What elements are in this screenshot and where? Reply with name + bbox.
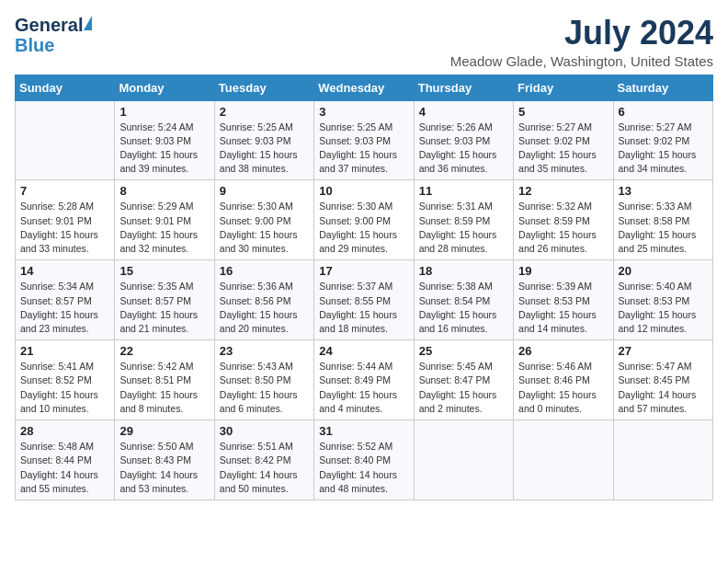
day-number: 16	[220, 264, 309, 278]
day-info: Sunrise: 5:37 AM Sunset: 8:55 PM Dayligh…	[319, 280, 408, 336]
day-number: 31	[319, 424, 408, 438]
day-number: 20	[619, 264, 708, 278]
weekday-thursday: Thursday	[414, 75, 513, 100]
day-number: 19	[518, 264, 608, 278]
day-info: Sunrise: 5:39 AM Sunset: 8:53 PM Dayligh…	[518, 280, 608, 336]
day-number: 25	[419, 344, 508, 358]
calendar-cell: 13Sunrise: 5:33 AM Sunset: 8:58 PM Dayli…	[613, 180, 712, 260]
day-info: Sunrise: 5:35 AM Sunset: 8:57 PM Dayligh…	[119, 280, 209, 336]
day-number: 2	[220, 105, 309, 119]
calendar-cell: 29Sunrise: 5:50 AM Sunset: 8:43 PM Dayli…	[115, 420, 214, 500]
location-title: Meadow Glade, Washington, United States	[450, 53, 713, 69]
logo: General Blue	[15, 15, 92, 55]
day-info: Sunrise: 5:36 AM Sunset: 8:56 PM Dayligh…	[220, 280, 309, 336]
day-number: 15	[119, 264, 209, 278]
day-number: 30	[220, 424, 309, 438]
calendar-cell: 19Sunrise: 5:39 AM Sunset: 8:53 PM Dayli…	[514, 260, 613, 340]
calendar-cell: 8Sunrise: 5:29 AM Sunset: 9:01 PM Daylig…	[115, 180, 214, 260]
logo-triangle-icon	[84, 16, 92, 30]
calendar-cell: 20Sunrise: 5:40 AM Sunset: 8:53 PM Dayli…	[613, 260, 712, 340]
day-info: Sunrise: 5:25 AM Sunset: 9:03 PM Dayligh…	[220, 121, 309, 177]
day-info: Sunrise: 5:40 AM Sunset: 8:53 PM Dayligh…	[619, 280, 708, 336]
day-info: Sunrise: 5:47 AM Sunset: 8:45 PM Dayligh…	[619, 360, 708, 416]
day-info: Sunrise: 5:27 AM Sunset: 9:02 PM Dayligh…	[619, 121, 708, 177]
calendar-table: SundayMondayTuesdayWednesdayThursdayFrid…	[15, 75, 713, 500]
day-number: 11	[419, 184, 508, 198]
day-info: Sunrise: 5:27 AM Sunset: 9:02 PM Dayligh…	[518, 121, 608, 177]
day-number: 22	[119, 344, 209, 358]
day-number: 24	[319, 344, 408, 358]
page-header: General Blue July 2024 Meadow Glade, Was…	[15, 15, 713, 69]
calendar-cell: 18Sunrise: 5:38 AM Sunset: 8:54 PM Dayli…	[414, 260, 513, 340]
weekday-sunday: Sunday	[16, 75, 115, 100]
day-number: 1	[119, 105, 209, 119]
calendar-cell: 12Sunrise: 5:32 AM Sunset: 8:59 PM Dayli…	[514, 180, 613, 260]
day-number: 12	[518, 184, 608, 198]
calendar-cell: 16Sunrise: 5:36 AM Sunset: 8:56 PM Dayli…	[214, 260, 313, 340]
calendar-cell: 14Sunrise: 5:34 AM Sunset: 8:57 PM Dayli…	[16, 260, 115, 340]
calendar-cell: 7Sunrise: 5:28 AM Sunset: 9:01 PM Daylig…	[16, 180, 115, 260]
day-info: Sunrise: 5:43 AM Sunset: 8:50 PM Dayligh…	[220, 360, 309, 416]
day-info: Sunrise: 5:48 AM Sunset: 8:44 PM Dayligh…	[20, 440, 109, 496]
weekday-friday: Friday	[514, 75, 613, 100]
day-number: 28	[20, 424, 109, 438]
logo-blue: Blue	[15, 35, 54, 55]
calendar-cell: 25Sunrise: 5:45 AM Sunset: 8:47 PM Dayli…	[414, 340, 513, 420]
day-number: 8	[119, 184, 209, 198]
calendar-week-row: 7Sunrise: 5:28 AM Sunset: 9:01 PM Daylig…	[16, 180, 713, 260]
calendar-week-row: 28Sunrise: 5:48 AM Sunset: 8:44 PM Dayli…	[16, 420, 713, 500]
day-number: 7	[20, 184, 109, 198]
day-info: Sunrise: 5:30 AM Sunset: 9:00 PM Dayligh…	[220, 200, 309, 256]
day-number: 4	[419, 105, 508, 119]
day-info: Sunrise: 5:29 AM Sunset: 9:01 PM Dayligh…	[119, 200, 209, 256]
calendar-cell: 15Sunrise: 5:35 AM Sunset: 8:57 PM Dayli…	[115, 260, 214, 340]
calendar-week-row: 21Sunrise: 5:41 AM Sunset: 8:52 PM Dayli…	[16, 340, 713, 420]
calendar-cell: 5Sunrise: 5:27 AM Sunset: 9:02 PM Daylig…	[514, 100, 613, 180]
calendar-cell: 3Sunrise: 5:25 AM Sunset: 9:03 PM Daylig…	[314, 100, 414, 180]
calendar-cell: 10Sunrise: 5:30 AM Sunset: 9:00 PM Dayli…	[314, 180, 414, 260]
day-number: 10	[319, 184, 408, 198]
calendar-week-row: 1Sunrise: 5:24 AM Sunset: 9:03 PM Daylig…	[16, 100, 713, 180]
day-info: Sunrise: 5:41 AM Sunset: 8:52 PM Dayligh…	[20, 360, 109, 416]
calendar-cell: 24Sunrise: 5:44 AM Sunset: 8:49 PM Dayli…	[314, 340, 414, 420]
calendar-cell	[414, 420, 513, 500]
calendar-cell	[613, 420, 712, 500]
day-info: Sunrise: 5:25 AM Sunset: 9:03 PM Dayligh…	[319, 121, 408, 177]
day-number: 9	[220, 184, 309, 198]
calendar-cell	[16, 100, 115, 180]
day-info: Sunrise: 5:46 AM Sunset: 8:46 PM Dayligh…	[518, 360, 608, 416]
calendar-cell: 6Sunrise: 5:27 AM Sunset: 9:02 PM Daylig…	[613, 100, 712, 180]
day-number: 18	[419, 264, 508, 278]
calendar-cell: 30Sunrise: 5:51 AM Sunset: 8:42 PM Dayli…	[214, 420, 313, 500]
day-number: 21	[20, 344, 109, 358]
calendar-cell: 1Sunrise: 5:24 AM Sunset: 9:03 PM Daylig…	[115, 100, 214, 180]
day-info: Sunrise: 5:34 AM Sunset: 8:57 PM Dayligh…	[20, 280, 109, 336]
day-number: 14	[20, 264, 109, 278]
day-info: Sunrise: 5:31 AM Sunset: 8:59 PM Dayligh…	[419, 200, 508, 256]
weekday-saturday: Saturday	[613, 75, 712, 100]
day-number: 6	[619, 105, 708, 119]
day-number: 5	[518, 105, 608, 119]
calendar-cell: 27Sunrise: 5:47 AM Sunset: 8:45 PM Dayli…	[613, 340, 712, 420]
calendar-cell: 28Sunrise: 5:48 AM Sunset: 8:44 PM Dayli…	[16, 420, 115, 500]
day-number: 3	[319, 105, 408, 119]
weekday-wednesday: Wednesday	[314, 75, 414, 100]
calendar-cell: 23Sunrise: 5:43 AM Sunset: 8:50 PM Dayli…	[214, 340, 313, 420]
day-number: 29	[119, 424, 209, 438]
day-number: 23	[220, 344, 309, 358]
day-info: Sunrise: 5:44 AM Sunset: 8:49 PM Dayligh…	[319, 360, 408, 416]
title-block: July 2024 Meadow Glade, Washington, Unit…	[450, 15, 713, 69]
calendar-cell: 2Sunrise: 5:25 AM Sunset: 9:03 PM Daylig…	[214, 100, 313, 180]
calendar-cell	[514, 420, 613, 500]
day-info: Sunrise: 5:45 AM Sunset: 8:47 PM Dayligh…	[419, 360, 508, 416]
calendar-header: SundayMondayTuesdayWednesdayThursdayFrid…	[16, 75, 713, 100]
calendar-cell: 4Sunrise: 5:26 AM Sunset: 9:03 PM Daylig…	[414, 100, 513, 180]
logo-general: General	[15, 15, 83, 35]
day-info: Sunrise: 5:26 AM Sunset: 9:03 PM Dayligh…	[419, 121, 508, 177]
day-info: Sunrise: 5:30 AM Sunset: 9:00 PM Dayligh…	[319, 200, 408, 256]
weekday-monday: Monday	[115, 75, 214, 100]
day-info: Sunrise: 5:28 AM Sunset: 9:01 PM Dayligh…	[20, 200, 109, 256]
calendar-cell: 9Sunrise: 5:30 AM Sunset: 9:00 PM Daylig…	[214, 180, 313, 260]
day-number: 26	[518, 344, 608, 358]
weekday-tuesday: Tuesday	[214, 75, 313, 100]
